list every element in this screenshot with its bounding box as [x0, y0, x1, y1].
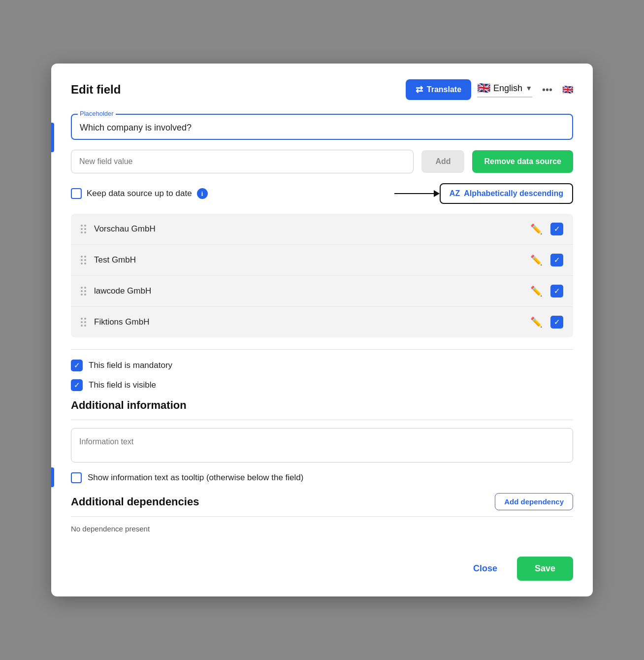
placeholder-label: Placeholder — [78, 110, 116, 117]
edit-icon[interactable]: ✏️ — [530, 254, 543, 266]
item-checkbox[interactable]: ✓ — [550, 285, 563, 297]
tooltip-row: Show information text as tooltip (otherw… — [71, 472, 573, 483]
sort-annotation: AZ Alphabetically descending — [394, 183, 573, 204]
table-row: Vorschau GmbH ✏️ ✓ — [71, 214, 573, 245]
item-name: lawcode GmbH — [94, 286, 522, 296]
new-field-input[interactable] — [71, 150, 414, 173]
arrow-line — [394, 193, 434, 194]
tooltip-label: Show information text as tooltip (otherw… — [88, 473, 303, 483]
mandatory-label: This field is mandatory — [89, 361, 172, 370]
edit-icon[interactable]: ✏️ — [530, 316, 543, 328]
modal-header: Edit field ⇄ Translate 🇬🇧 English ▼ ••• … — [71, 79, 573, 100]
placeholder-input[interactable] — [80, 123, 564, 133]
item-name: Fiktions GmbH — [94, 317, 522, 327]
drag-handle[interactable] — [81, 287, 86, 296]
visible-checkbox[interactable]: ✓ — [71, 379, 83, 391]
language-selector[interactable]: 🇬🇧 English ▼ — [477, 82, 532, 98]
drag-handle[interactable] — [81, 256, 86, 264]
additional-info-section: Additional information Show information … — [71, 399, 573, 483]
dependencies-header: Additional dependencies Add dependency — [71, 493, 573, 510]
item-checkbox[interactable]: ✓ — [550, 316, 563, 329]
item-name: Vorschau GmbH — [94, 224, 522, 234]
no-dependence-text: No dependence present — [71, 525, 573, 533]
table-row: Fiktions GmbH ✏️ ✓ — [71, 307, 573, 337]
translate-label: Translate — [427, 85, 461, 94]
item-checkbox[interactable]: ✓ — [550, 254, 563, 266]
remove-datasource-button[interactable]: Remove data source — [472, 150, 573, 173]
arrow-head — [434, 190, 440, 197]
tooltip-checkbox[interactable] — [71, 472, 82, 483]
modal-title: Edit field — [71, 83, 121, 97]
datasource-left: Keep data source up to date i — [71, 188, 208, 199]
item-name: Test GmbH — [94, 255, 522, 265]
language-text: English — [493, 83, 522, 94]
edit-icon[interactable]: ✏️ — [530, 285, 543, 297]
new-field-row: Add Remove data source — [71, 150, 573, 173]
items-list: Vorschau GmbH ✏️ ✓ Test GmbH ✏️ ✓ lawcod… — [71, 214, 573, 337]
placeholder-field-container: Placeholder — [71, 114, 573, 140]
info-icon[interactable]: i — [197, 188, 208, 199]
save-button[interactable]: Save — [517, 557, 573, 581]
additional-info-title: Additional information — [71, 399, 573, 412]
add-button[interactable]: Add — [421, 150, 464, 173]
left-bar-indicator2 — [51, 467, 54, 487]
translate-button[interactable]: ⇄ Translate — [406, 79, 471, 100]
az-icon: AZ — [450, 189, 460, 198]
add-dependency-button[interactable]: Add dependency — [495, 493, 573, 510]
modal-footer: Close Save — [71, 549, 573, 581]
item-checkbox[interactable]: ✓ — [550, 223, 563, 235]
edit-icon[interactable]: ✏️ — [530, 223, 543, 235]
more-options-button[interactable]: ••• — [538, 82, 556, 98]
close-button[interactable]: Close — [461, 558, 509, 580]
arrow-annotation — [394, 190, 440, 197]
flag-icon: 🇬🇧 — [477, 82, 490, 95]
divider — [71, 349, 573, 350]
mandatory-row: ✓ This field is mandatory — [71, 360, 573, 371]
dependencies-title: Additional dependencies — [71, 495, 199, 508]
sort-label: Alphabetically descending — [464, 189, 563, 198]
datasource-row: Keep data source up to date i AZ Alphabe… — [71, 183, 573, 204]
mandatory-checkbox[interactable]: ✓ — [71, 360, 83, 371]
information-text-input[interactable] — [71, 428, 573, 462]
drag-handle[interactable] — [81, 318, 86, 327]
modal: Edit field ⇄ Translate 🇬🇧 English ▼ ••• … — [51, 64, 593, 596]
visible-row: ✓ This field is visible — [71, 379, 573, 391]
left-bar-indicator — [51, 123, 54, 152]
chevron-down-icon: ▼ — [525, 84, 532, 92]
translate-icon: ⇄ — [416, 84, 423, 95]
sort-button[interactable]: AZ Alphabetically descending — [440, 183, 573, 204]
flag-small-icon: 🇬🇧 — [562, 84, 573, 95]
dependencies-section: Additional dependencies Add dependency N… — [71, 493, 573, 533]
keep-datasource-checkbox[interactable] — [71, 188, 82, 199]
info-divider — [71, 420, 573, 420]
keep-datasource-label: Keep data source up to date — [87, 189, 192, 198]
visible-label: This field is visible — [89, 380, 156, 390]
table-row: Test GmbH ✏️ ✓ — [71, 245, 573, 276]
table-row: lawcode GmbH ✏️ ✓ — [71, 276, 573, 307]
deps-divider — [71, 516, 573, 517]
drag-handle[interactable] — [81, 225, 86, 233]
header-actions: ⇄ Translate 🇬🇧 English ▼ ••• 🇬🇧 — [406, 79, 573, 100]
